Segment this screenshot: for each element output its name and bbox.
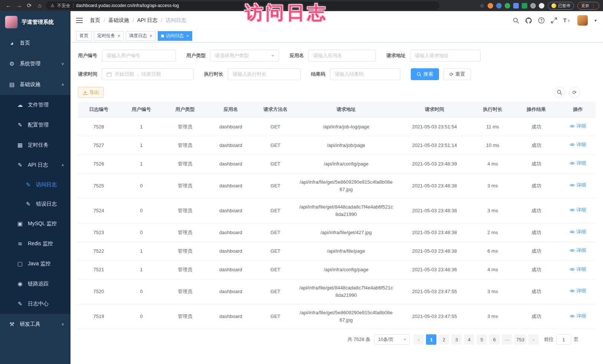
duration-input[interactable]: 请输入执行时长 <box>228 68 301 80</box>
detail-button[interactable]: 详细 <box>570 181 586 189</box>
detail-button[interactable]: 详细 <box>570 206 586 214</box>
request-url-placeholder: 请输入请求地址 <box>415 52 449 59</box>
bookmark-star-icon[interactable]: ☆ <box>479 3 484 9</box>
hamburger-icon[interactable] <box>76 16 84 24</box>
detail-button[interactable]: 详细 <box>570 141 586 148</box>
tab-访问日志[interactable]: 访问日志× <box>158 31 192 41</box>
detail-button[interactable]: 详细 <box>570 312 586 320</box>
prev-page-button[interactable]: ‹ <box>413 334 424 345</box>
detail-button[interactable]: 详细 <box>570 160 586 167</box>
extension-green-circle-icon[interactable] <box>505 3 510 9</box>
sidebar-item[interactable]: ✎API 日志∧ <box>0 155 71 175</box>
table-row: 75250管理员dashboardGET/api/infra/file/get/… <box>78 173 596 198</box>
browser-home-icon[interactable]: ⌂ <box>35 1 45 10</box>
sidebar-item[interactable]: ☁文件管理 <box>0 95 71 115</box>
request-url-input[interactable]: 请输入请求地址 <box>410 50 481 62</box>
api-log-icon: ✎ <box>16 162 24 168</box>
sidebar-item[interactable]: ▣MySQL 监控 <box>0 214 71 234</box>
page-button-753[interactable]: 753 <box>514 334 526 345</box>
page-button-6[interactable]: 6 <box>489 334 499 345</box>
help-icon[interactable]: ? <box>538 17 545 24</box>
cell-action: 详细 <box>560 279 596 304</box>
breadcrumb-separator: / <box>161 17 162 23</box>
browser-back-icon[interactable]: ← <box>4 1 13 10</box>
page-button-3[interactable]: 3 <box>451 334 462 345</box>
breadcrumb-item[interactable]: API 日志 <box>137 17 157 24</box>
update-button[interactable]: 更新 ⋮ <box>577 2 599 10</box>
cell-action: 详细 <box>560 136 596 155</box>
cell-method: GET <box>255 155 296 173</box>
table-refresh-button[interactable]: ⟳ <box>569 87 580 98</box>
page-button-5[interactable]: 5 <box>476 334 487 345</box>
close-icon[interactable]: × <box>118 33 120 39</box>
cell-duration: 4 ms <box>473 155 512 173</box>
sidebar-item-label: MySQL 监控 <box>28 220 57 227</box>
sidebar-item[interactable]: ◕首页 <box>0 33 71 53</box>
date-range-picker[interactable]: 开始日期 - 结束日期 <box>102 68 194 80</box>
user-type-select[interactable]: 请选择用户类型 <box>210 50 279 62</box>
more-pages-icon[interactable]: ··· <box>502 334 512 345</box>
extension-orange-icon[interactable] <box>488 3 493 9</box>
result-code-placeholder: 请输入结果码 <box>335 71 364 78</box>
sidebar-item[interactable]: ▦定时任务 <box>0 135 71 155</box>
tab-调度日志[interactable]: 调度日志× <box>126 31 155 41</box>
extension-gray-icon[interactable] <box>530 3 536 9</box>
tab-定时任务[interactable]: 定时任务× <box>94 31 124 41</box>
sidebar-item[interactable]: ✎访问日志 <box>0 175 71 194</box>
export-button[interactable]: 导出 <box>78 87 104 98</box>
sidebar-item[interactable]: ✎配置管理 <box>0 115 71 135</box>
avatar-caret-icon[interactable]: ▼ <box>594 19 597 23</box>
fullscreen-icon[interactable] <box>551 17 557 24</box>
browser-forward-icon[interactable]: → <box>14 1 24 10</box>
tab-首页[interactable]: 首页 <box>76 31 92 41</box>
address-bar[interactable]: ⚠ 不安全 dashboard.yudao.iocoder.cn/infra/l… <box>46 1 439 10</box>
detail-button[interactable]: 详细 <box>570 247 586 254</box>
sidebar-item[interactable]: ▢Java 监控 <box>0 254 71 274</box>
cell-duration: 6 ms <box>473 242 512 260</box>
result-code-input[interactable]: 请输入结果码 <box>330 68 400 80</box>
user-id-input[interactable]: 请输入用户编号 <box>102 50 176 62</box>
sidebar-item[interactable]: ◉链路追踪 <box>0 274 71 294</box>
close-icon[interactable]: × <box>186 33 189 39</box>
sidebar-item[interactable]: ▤基础设施∧ <box>0 74 71 95</box>
breadcrumb-item[interactable]: 基础设施 <box>108 17 129 24</box>
breadcrumb-item: 访问日志 <box>166 17 186 24</box>
detail-button[interactable]: 详细 <box>570 287 586 295</box>
font-size-icon[interactable]: TT <box>563 17 571 23</box>
close-icon[interactable]: × <box>150 33 152 39</box>
sidebar-item[interactable]: ✎日志中心 <box>0 294 71 314</box>
browser-reload-icon[interactable]: ⟳ <box>24 1 34 10</box>
breadcrumb-item[interactable]: 首页 <box>90 17 100 24</box>
browser-menu-icon[interactable]: ⋮ <box>591 3 596 8</box>
extension-pin-icon[interactable] <box>539 3 544 9</box>
extension-translate-icon[interactable] <box>522 3 527 9</box>
chevron-down-icon <box>403 339 406 341</box>
extension-blue-grid-icon[interactable] <box>513 3 519 9</box>
table-search-toggle-button[interactable] <box>554 87 565 98</box>
extension-shield-icon[interactable] <box>496 3 502 9</box>
app-name-input[interactable]: 请输入应用名 <box>308 50 376 62</box>
page-button-1[interactable]: 1 <box>426 334 436 345</box>
detail-button[interactable]: 详细 <box>570 122 586 130</box>
detail-button[interactable]: 详细 <box>570 266 586 273</box>
sidebar-item[interactable]: ⚙系统管理∨ <box>0 53 71 74</box>
sidebar-item[interactable]: ✎错误日志 <box>0 194 71 214</box>
user-avatar[interactable] <box>577 15 588 26</box>
sidebar-item[interactable]: ⚒研发工具∨ <box>0 314 71 335</box>
reset-button[interactable]: ⟳ 重置 <box>443 68 471 80</box>
detail-button[interactable]: 详细 <box>570 228 586 236</box>
page-button-2[interactable]: 2 <box>439 334 449 345</box>
paused-badge[interactable]: 已暂停 <box>548 2 574 10</box>
goto-page-input[interactable]: 1 <box>556 334 571 345</box>
sidebar-item[interactable]: ≋Redis 监控 <box>0 234 71 254</box>
header-search-icon[interactable] <box>513 17 519 24</box>
cell-result: 成功 <box>512 118 560 136</box>
page-size-select[interactable]: 10条/页 <box>374 334 410 345</box>
search-button[interactable]: 搜索 <box>411 68 439 80</box>
app-logo[interactable]: 芋道管理系统 <box>0 11 71 33</box>
tab-label: 调度日志 <box>129 33 147 39</box>
github-icon[interactable] <box>525 17 532 24</box>
page-button-4[interactable]: 4 <box>464 334 474 345</box>
next-page-button[interactable]: › <box>528 334 539 345</box>
column-header: 请求地址 <box>296 102 396 118</box>
